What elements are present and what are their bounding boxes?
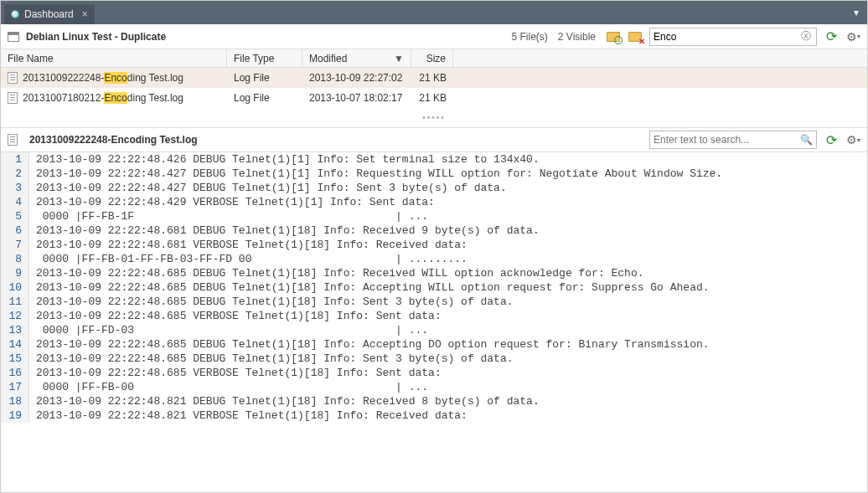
line-content: 2013-10-09 22:22:48.681 DEBUG Telnet(1)[… [29,223,540,238]
line-content: 2013-10-09 22:22:48.685 DEBUG Telnet(1)[… [29,352,514,366]
settings-button[interactable]: ⚙▾ [845,29,860,44]
file-type: Log File [227,69,302,86]
panel-title: Debian Linux Test - Duplicate [26,31,166,43]
line-number: 1 [1,152,29,167]
line-content: 0000 |FF-FD-03 | ... [29,323,428,337]
line-content: 2013-10-09 22:22:48.685 DEBUG Telnet(1)[… [29,295,514,309]
line-content: 2013-10-09 22:22:48.429 VERBOSE Telnet(1… [29,195,435,209]
line-content: 2013-10-09 22:22:48.685 VERBOSE Telnet(1… [29,309,442,323]
line-number: 6 [1,223,29,238]
line-number: 10 [1,280,29,295]
col-size[interactable]: Size [411,49,453,67]
log-viewer[interactable]: 12013-10-09 22:22:48.426 DEBUG Telnet(1)… [1,152,867,493]
filter-input-container: ⓧ [649,28,817,46]
log-line: 13 0000 |FF-FD-03 | ... [1,323,867,337]
close-icon[interactable]: × [82,8,88,20]
line-number: 18 [1,394,29,408]
log-line: 12013-10-09 22:22:48.426 DEBUG Telnet(1)… [1,152,867,167]
log-line: 182013-10-09 22:22:48.821 DEBUG Telnet(1… [1,394,867,408]
file-icon [8,134,18,146]
sort-desc-icon: ▼ [394,53,404,64]
file-name: 20131007180212-Encoding Test.log [23,92,183,104]
clear-filter-icon[interactable]: ⓧ [799,29,813,44]
file-icon [8,72,18,84]
line-content: 2013-10-09 22:22:48.685 DEBUG Telnet(1)[… [29,337,710,352]
log-line: 5 0000 |FF-FB-1F | ... [1,209,867,223]
line-number: 17 [1,380,29,394]
line-number: 12 [1,309,29,323]
log-line: 112013-10-09 22:22:48.685 DEBUG Telnet(1… [1,295,867,309]
line-number: 4 [1,195,29,209]
visible-count: 2 Visible [558,31,596,43]
file-type: Log File [227,90,302,106]
file-panel-header: Debian Linux Test - Duplicate 5 File(s) … [1,24,867,49]
line-content: 2013-10-09 22:22:48.685 DEBUG Telnet(1)[… [29,280,710,295]
line-content: 2013-10-09 22:22:48.821 VERBOSE Telnet(1… [29,408,468,423]
file-list: 20131009222248-Encoding Test.logLog File… [1,68,867,108]
log-line: 8 0000 |FF-FB-01-FF-FB-03-FF-FD 00 | ...… [1,252,867,266]
file-size: 21 KB [411,90,453,106]
table-row[interactable]: 20131007180212-Encoding Test.logLog File… [1,88,867,108]
line-number: 9 [1,266,29,280]
col-file-type[interactable]: File Type [227,49,302,67]
line-number: 5 [1,209,29,223]
file-name: 20131009222248-Encoding Test.log [23,72,183,84]
table-row[interactable]: 20131009222248-Encoding Test.logLog File… [1,68,867,88]
col-modified[interactable]: Modified▼ [302,49,411,67]
line-content: 0000 |FF-FB-00 | ... [29,380,428,394]
log-line: 32013-10-09 22:22:48.427 DEBUG Telnet(1)… [1,181,867,195]
file-modified: 2013-10-07 18:02:17 [302,90,411,106]
file-icon [8,92,18,104]
log-file-title: 20131009222248-Encoding Test.log [29,134,198,146]
tab-bar: Dashboard × ▾ [1,1,867,24]
log-line: 122013-10-09 22:22:48.685 VERBOSE Telnet… [1,309,867,323]
file-modified: 2013-10-09 22:27:02 [302,69,411,86]
clear-folder-button[interactable] [628,29,643,44]
log-search-container: 🔍 [649,131,817,149]
line-content: 2013-10-09 22:22:48.427 DEBUG Telnet(1)[… [29,181,507,195]
log-settings-button[interactable]: ⚙▾ [845,132,860,147]
line-content: 2013-10-09 22:22:48.681 VERBOSE Telnet(1… [29,238,468,252]
line-number: 3 [1,181,29,195]
line-number: 13 [1,323,29,337]
tab-dropdown-icon[interactable]: ▾ [849,7,864,18]
log-line: 142013-10-09 22:22:48.685 DEBUG Telnet(1… [1,337,867,352]
col-file-name[interactable]: File Name [1,49,227,67]
log-refresh-button[interactable]: ⟳ [824,132,839,147]
line-content: 2013-10-09 22:22:48.427 DEBUG Telnet(1)[… [29,167,722,181]
panel-icon [8,32,19,42]
line-number: 11 [1,295,29,309]
tab-label: Dashboard [24,8,74,20]
search-icon[interactable]: 🔍 [800,134,813,146]
log-line: 152013-10-09 22:22:48.685 DEBUG Telnet(1… [1,352,867,366]
line-number: 15 [1,352,29,366]
file-table-header: File Name File Type Modified▼ Size [1,49,867,68]
line-content: 0000 |FF-FB-1F | ... [29,209,428,223]
splitter-handle[interactable]: ••••• [1,108,867,127]
line-content: 2013-10-09 22:22:48.426 DEBUG Telnet(1)[… [29,152,540,167]
tab-dashboard[interactable]: Dashboard × [4,4,95,24]
line-content: 0000 |FF-FB-01-FF-FB-03-FF-FD 00 | .....… [29,252,468,266]
line-content: 2013-10-09 22:22:48.685 VERBOSE Telnet(1… [29,366,442,380]
line-content: 2013-10-09 22:22:48.821 DEBUG Telnet(1)[… [29,394,540,408]
line-number: 7 [1,238,29,252]
log-line: 62013-10-09 22:22:48.681 DEBUG Telnet(1)… [1,223,867,238]
line-number: 19 [1,408,29,423]
line-number: 2 [1,167,29,181]
log-search-input[interactable] [654,134,800,146]
folder-open-icon [607,32,620,42]
log-line: 192013-10-09 22:22:48.821 VERBOSE Telnet… [1,408,867,423]
log-line: 72013-10-09 22:22:48.681 VERBOSE Telnet(… [1,238,867,252]
file-count: 5 File(s) [512,31,548,43]
log-line: 17 0000 |FF-FB-00 | ... [1,380,867,394]
log-line: 22013-10-09 22:22:48.427 DEBUG Telnet(1)… [1,167,867,181]
line-number: 8 [1,252,29,266]
line-content: 2013-10-09 22:22:48.685 DEBUG Telnet(1)[… [29,266,644,280]
refresh-button[interactable]: ⟳ [824,29,839,44]
open-folder-button[interactable] [606,29,621,44]
log-line: 92013-10-09 22:22:48.685 DEBUG Telnet(1)… [1,266,867,280]
filter-input[interactable] [654,31,799,43]
dashboard-icon [11,10,19,18]
file-size: 21 KB [411,69,453,86]
line-number: 16 [1,366,29,380]
